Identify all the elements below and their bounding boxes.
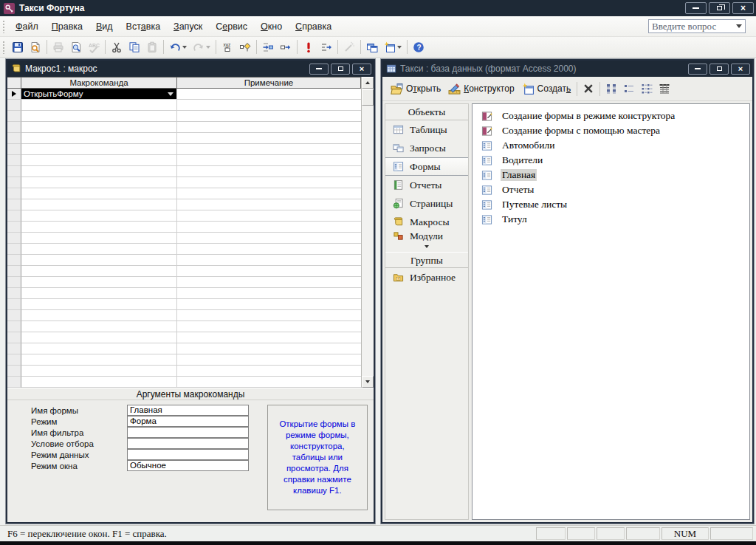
- action-cell[interactable]: [21, 299, 177, 310]
- macro-row-empty[interactable]: [7, 321, 361, 332]
- comment-cell[interactable]: [177, 266, 361, 277]
- small-icons-button[interactable]: [620, 80, 638, 97]
- macro-row-empty[interactable]: [7, 244, 361, 255]
- comment-cell[interactable]: [177, 155, 361, 166]
- where-condition-field[interactable]: [127, 438, 249, 449]
- paste-button[interactable]: [143, 38, 161, 55]
- action-cell[interactable]: [21, 321, 177, 332]
- object-forms[interactable]: Формы: [385, 157, 468, 176]
- scroll-down-button[interactable]: [362, 376, 374, 388]
- object-macros[interactable]: Макросы: [385, 213, 468, 231]
- copy-button[interactable]: [126, 38, 143, 55]
- action-cell[interactable]: [21, 133, 177, 144]
- row-selector[interactable]: [7, 244, 21, 255]
- comment-cell[interactable]: [177, 199, 361, 210]
- row-selector[interactable]: [7, 89, 21, 100]
- row-selector[interactable]: [7, 233, 21, 244]
- file-search-button[interactable]: [27, 38, 44, 55]
- maximize-button[interactable]: [331, 64, 350, 75]
- macro-row-empty[interactable]: [7, 111, 361, 122]
- action-cell[interactable]: [21, 166, 177, 177]
- menu-edit[interactable]: Правка: [45, 18, 89, 35]
- comment-column-header[interactable]: Примечание: [177, 77, 361, 89]
- large-icons-button[interactable]: [602, 80, 620, 97]
- list-item-otchety[interactable]: Отчеты: [475, 182, 746, 197]
- macro-row-empty[interactable]: [7, 222, 361, 233]
- action-cell[interactable]: [21, 188, 177, 199]
- comment-cell[interactable]: [177, 321, 361, 332]
- comment-cell[interactable]: [177, 332, 361, 343]
- action-cell[interactable]: [21, 377, 177, 388]
- open-button[interactable]: Открыть: [387, 80, 444, 97]
- design-button[interactable]: Конструктор: [444, 80, 518, 97]
- menu-help[interactable]: Справка: [289, 18, 338, 35]
- row-selector[interactable]: [7, 321, 21, 332]
- macro-row-empty[interactable]: [7, 366, 361, 377]
- row-selector[interactable]: [7, 288, 21, 299]
- object-queries[interactable]: Запросы: [385, 139, 468, 157]
- restore-button[interactable]: [709, 2, 730, 14]
- macro-row-empty[interactable]: [7, 144, 361, 155]
- row-selector[interactable]: [7, 210, 21, 222]
- macro-row-empty[interactable]: [7, 133, 361, 144]
- comment-cell[interactable]: [177, 354, 361, 366]
- action-cell[interactable]: [21, 233, 177, 244]
- row-selector[interactable]: [7, 310, 21, 321]
- comment-cell[interactable]: [177, 310, 361, 321]
- action-cell[interactable]: [21, 244, 177, 255]
- action-cell[interactable]: [21, 277, 177, 288]
- close-button[interactable]: ×: [732, 2, 754, 14]
- new-object-button[interactable]: [381, 38, 405, 55]
- action-cell[interactable]: [21, 155, 177, 166]
- filter-name-field[interactable]: [127, 427, 249, 438]
- comment-cell[interactable]: [177, 222, 361, 233]
- macro-row-empty[interactable]: [7, 177, 361, 188]
- action-cell[interactable]: [21, 210, 177, 222]
- print-preview-button[interactable]: [67, 38, 85, 55]
- combo-dropdown-icon[interactable]: [168, 92, 173, 96]
- comment-cell[interactable]: [177, 188, 361, 199]
- conditions-button[interactable]: [236, 38, 254, 55]
- row-selector[interactable]: [7, 166, 21, 177]
- action-cell[interactable]: [21, 111, 177, 122]
- minimize-button[interactable]: [309, 64, 329, 75]
- details-view-button[interactable]: [656, 80, 673, 97]
- row-selector[interactable]: [7, 177, 21, 188]
- row-selector[interactable]: [7, 332, 21, 343]
- help-button[interactable]: [410, 38, 427, 55]
- action-cell[interactable]: [21, 266, 177, 277]
- list-item-avtomobili[interactable]: Автомобили: [475, 138, 746, 153]
- action-cell[interactable]: [21, 177, 177, 188]
- menubar-grip[interactable]: [2, 20, 6, 33]
- macro-row-empty[interactable]: [7, 155, 361, 166]
- object-tables[interactable]: Таблицы: [385, 120, 468, 139]
- list-item-new-design[interactable]: Создание формы в режиме конструктора: [475, 109, 746, 123]
- comment-cell[interactable]: [177, 377, 361, 388]
- macro-row-empty[interactable]: [7, 166, 361, 177]
- object-modules-partial[interactable]: Модули: [385, 231, 468, 241]
- menu-window[interactable]: Окно: [254, 18, 289, 35]
- single-step-button[interactable]: [317, 38, 335, 55]
- print-button[interactable]: [49, 38, 67, 55]
- macro-row-empty[interactable]: [7, 122, 361, 133]
- comment-cell[interactable]: [177, 144, 361, 155]
- menu-insert[interactable]: Вставка: [120, 18, 167, 35]
- object-pages[interactable]: Страницы: [385, 194, 468, 213]
- row-selector[interactable]: [7, 354, 21, 366]
- comment-cell[interactable]: [177, 166, 361, 177]
- minimize-button[interactable]: [688, 64, 707, 75]
- list-item-new-wizard[interactable]: Создание формы с помощью мастера: [475, 123, 746, 138]
- list-item-titul[interactable]: Титул: [475, 212, 746, 227]
- macro-names-button[interactable]: [219, 38, 236, 55]
- row-selector[interactable]: [7, 155, 21, 166]
- macro-row-empty[interactable]: [7, 377, 361, 388]
- macro-row-empty[interactable]: [7, 266, 361, 277]
- macro-row-empty[interactable]: [7, 288, 361, 299]
- close-button[interactable]: ×: [352, 64, 371, 75]
- new-button[interactable]: Создать: [518, 80, 575, 97]
- maximize-button[interactable]: [709, 64, 729, 75]
- row-selector[interactable]: [7, 266, 21, 277]
- comment-cell[interactable]: [177, 177, 361, 188]
- macro-row-empty[interactable]: [7, 210, 361, 222]
- cut-button[interactable]: [108, 38, 126, 55]
